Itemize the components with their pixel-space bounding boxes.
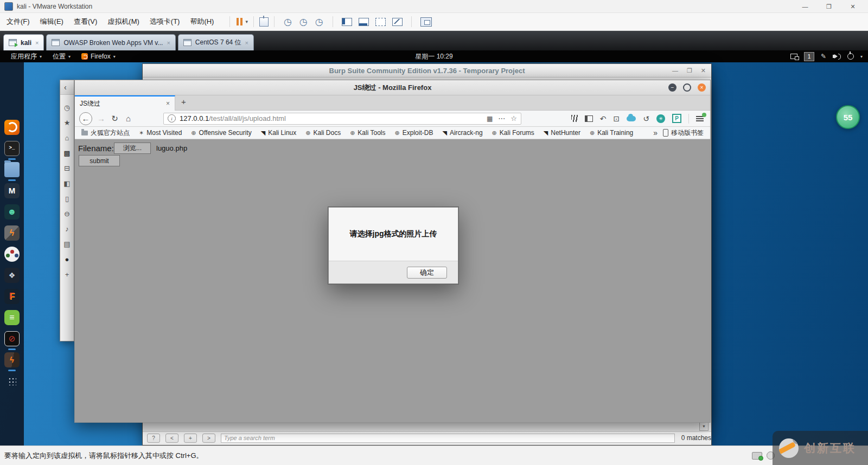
menu-view[interactable]: 查看(V) [74,17,97,27]
firefox-titlebar[interactable]: JS绕过 - Mozilla Firefox − × [75,80,710,95]
virtual-disk-icon[interactable] [752,452,762,460]
vmware-close-button[interactable]: ✕ [841,0,865,13]
vmware-maximize-button[interactable]: ❐ [817,0,841,13]
burp-minimize-button[interactable]: — [672,67,678,74]
sidebar-toggle-icon[interactable] [585,115,593,122]
menu-vm[interactable]: 虚拟机(M) [107,17,139,27]
dock-burpsuite-icon[interactable]: ϟ [4,225,20,241]
dock-faraday-icon[interactable]: F [4,289,20,304]
menu-tabs[interactable]: 选项卡(T) [150,17,180,27]
dock-metasploit-icon[interactable]: M [4,183,20,198]
vm-tab-close-icon[interactable]: × [35,40,39,46]
qr-scan-icon[interactable]: ▦ [487,115,493,122]
vm-tab-kali[interactable]: kali × [3,34,44,50]
bookmark-item[interactable]: ⊕Kali Training [590,129,633,137]
firefox-minimize-button[interactable]: − [668,83,676,92]
bookmark-star-icon[interactable]: ☆ [510,114,517,122]
unity-mode-button[interactable] [392,18,403,26]
bookmarks-overflow-icon[interactable]: » [653,128,658,137]
home-button[interactable]: ⌂ [122,114,135,123]
find-add-button[interactable]: + [184,434,197,443]
bookmark-item[interactable]: ⊕Kali Tools [350,129,385,137]
mobile-bookmarks-item[interactable]: 移动版书签 [663,128,704,138]
recent-icon[interactable]: ◷ [64,104,70,112]
browse-button[interactable]: 浏览... [114,143,151,154]
volume-icon[interactable] [833,54,841,60]
chevron-down-icon[interactable]: ▾ [860,54,863,59]
bookmark-folder-item[interactable]: 火狐官方站点 [81,128,130,138]
vm-tab-close-icon[interactable]: × [245,40,248,46]
suspend-vm-button[interactable] [235,15,243,28]
dock-armitage-icon[interactable]: ☻ [4,204,20,219]
music-icon[interactable]: ♪ [65,225,69,233]
menu-help[interactable]: 帮助(H) [190,17,214,27]
dock-cherrytree-icon[interactable]: ϟ [4,352,20,367]
cloud-icon[interactable] [627,116,636,121]
proxy-addon-icon[interactable]: P [672,114,681,123]
find-previous-button[interactable]: < [165,434,178,443]
show-thumbnail-bar-button[interactable] [359,18,369,26]
dock-terminal-icon[interactable]: >_ [4,141,20,156]
show-library-button[interactable] [342,18,352,26]
hamburger-menu-icon[interactable] [696,116,704,121]
new-tab-button[interactable]: + [181,97,186,106]
desktop-folder-icon[interactable]: ▩ [63,149,70,157]
dock-beef-icon[interactable] [4,247,20,262]
power-options-chevron-icon[interactable]: ▾ [245,15,248,28]
screenshot-icon[interactable]: ⊡ [614,114,620,123]
bookmark-item[interactable]: ◥Kali Linux [261,129,297,137]
sync-icon[interactable]: ↺ [643,114,649,123]
active-app-menu[interactable]: Firefox ▾ [81,53,116,60]
downloads-icon[interactable]: ⊖ [64,210,70,218]
power-icon[interactable] [847,53,854,60]
input-method-icon[interactable]: ✎ [821,53,826,60]
send-ctrl-alt-del-button[interactable] [259,17,269,27]
firefox-close-button[interactable]: × [698,83,706,92]
menu-edit[interactable]: 编辑(E) [40,17,63,27]
snapshot-manager-button[interactable]: ◷ [315,15,323,28]
dock-firefox-icon[interactable] [4,120,20,135]
find-next-button[interactable]: > [202,434,215,443]
burp-maximize-button[interactable]: ❐ [687,67,692,74]
back-icon[interactable]: ‹ [64,83,67,92]
forward-button[interactable]: → [94,114,108,123]
revert-snapshot-button[interactable]: ◷ [299,15,308,28]
workspace-badge[interactable]: 1 [804,52,814,61]
panel-clock[interactable]: 星期一 10:29 [415,50,452,62]
url-bar[interactable]: i 127.0.0.1/test/all/all/js/upload.html … [163,113,521,125]
undo-icon[interactable]: ↶ [600,114,607,123]
bookmark-item[interactable]: ✶Most Visited [139,129,182,137]
starred-icon[interactable]: ★ [64,119,71,127]
bookmark-item[interactable]: ⊕Kali Forums [492,129,534,137]
pictures-icon[interactable]: ◧ [63,179,70,188]
disk-icon[interactable]: ● [65,255,69,263]
reload-button[interactable]: ↻ [108,114,122,124]
dock-files-icon[interactable] [4,162,20,177]
bookmark-item[interactable]: ◥NetHunter [544,129,580,137]
add-bookmark-icon[interactable]: + [65,270,69,279]
home-icon[interactable]: ⌂ [65,134,69,142]
dock-gimp-icon[interactable]: ❖ [4,268,20,283]
vm-tab-owasp[interactable]: OWASP Broken Web Apps VM v... × [46,34,175,50]
fullscreen-button[interactable] [375,18,386,26]
bookmark-item[interactable]: ◥Aircrack-ng [442,129,482,137]
dock-text-editor-icon[interactable]: ≡ [4,310,20,325]
take-snapshot-button[interactable]: ◷ [284,15,292,28]
bookmark-item[interactable]: ⊕Offensive Security [191,129,251,137]
bookmark-item[interactable]: ⊕Exploit-DB [395,129,433,137]
firefox-maximize-button[interactable] [683,83,691,92]
bookmark-item[interactable]: ⊕Kali Docs [305,129,341,137]
places-menu[interactable]: 位置 ▾ [53,52,71,61]
burp-titlebar[interactable]: Burp Suite Community Edition v1.7.36 - T… [143,64,711,78]
menu-file[interactable]: 文件(F) [7,17,30,27]
network-icon[interactable] [790,54,797,59]
dock-screen-recorder-icon[interactable]: ⊘ [4,331,20,346]
back-button[interactable]: ← [79,112,92,125]
alert-ok-button[interactable]: 确定 [407,267,447,279]
vmware-minimize-button[interactable]: — [793,0,817,13]
submit-button[interactable]: submit [79,155,120,166]
vm-tab-centos[interactable]: CentOS 7 64 位 × [178,34,254,50]
find-search-input[interactable] [221,434,675,443]
applications-menu[interactable]: 应用程序 ▾ [11,52,42,61]
trash-icon[interactable]: ▤ [63,240,70,248]
